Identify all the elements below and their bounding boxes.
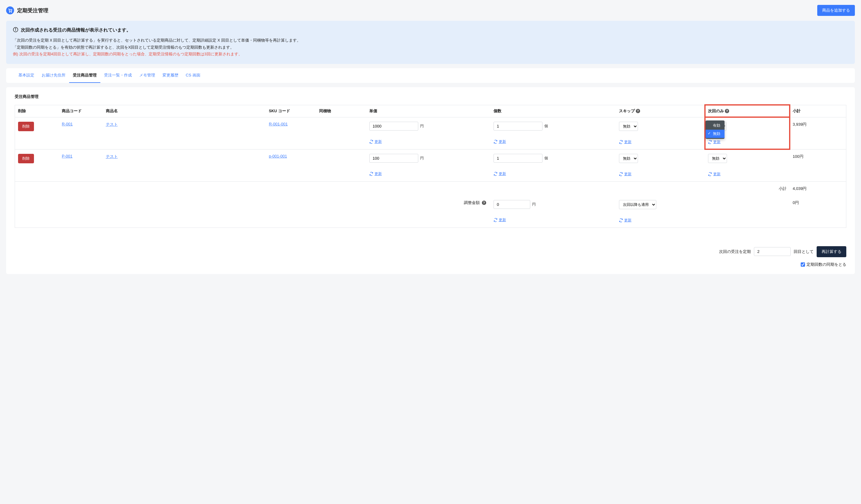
price-input[interactable] bbox=[369, 122, 418, 130]
product-code-link[interactable]: R-001 bbox=[62, 122, 72, 126]
sync-icon bbox=[493, 140, 497, 144]
yen-unit: 円 bbox=[532, 202, 536, 207]
sync-icon bbox=[619, 218, 623, 222]
tab-basic[interactable]: 基本設定 bbox=[15, 68, 38, 83]
add-product-button[interactable]: 商品を追加する bbox=[817, 5, 855, 16]
recalc-count-input[interactable] bbox=[754, 247, 791, 256]
sync-label: 定期回数の同期をとる bbox=[807, 262, 846, 267]
th-delete: 削除 bbox=[15, 105, 59, 117]
table-row: 削除 R-001 テスト R-001-001 円 更新 bbox=[15, 117, 846, 149]
info-line2: 「定期回数の同期をとる」を有効の状態で再計算すると、次回をX回目として定期受注情… bbox=[13, 44, 848, 51]
qty-input[interactable] bbox=[493, 154, 543, 163]
tab-order-list[interactable]: 受注一覧・作成 bbox=[100, 68, 136, 83]
help-icon[interactable]: ? bbox=[636, 109, 640, 113]
update-link[interactable]: 更新 bbox=[619, 139, 631, 145]
recalc-button[interactable]: 再計算する bbox=[817, 246, 846, 257]
tab-product[interactable]: 受注商品管理 bbox=[69, 68, 100, 83]
update-link[interactable]: 更新 bbox=[493, 171, 506, 177]
info-icon bbox=[13, 27, 18, 33]
delete-button[interactable]: 削除 bbox=[18, 154, 34, 163]
subtotal-label: 小計 bbox=[705, 181, 790, 196]
sku-link[interactable]: R-001-001 bbox=[269, 122, 288, 126]
tab-cs[interactable]: CS 画面 bbox=[182, 68, 204, 83]
tab-history[interactable]: 変更履歴 bbox=[159, 68, 182, 83]
product-name-link[interactable]: テスト bbox=[106, 122, 118, 127]
skip-select[interactable]: 無効 bbox=[619, 122, 638, 131]
recalc-suffix: 回目として bbox=[794, 249, 814, 254]
info-title: 次回作成される受注の商品情報が表示されています。 bbox=[21, 27, 131, 33]
qty-unit: 個 bbox=[544, 156, 548, 161]
tab-memo[interactable]: メモ管理 bbox=[136, 68, 159, 83]
info-banner: 次回作成される受注の商品情報が表示されています。 「次回の受注を定期 X 回目と… bbox=[6, 21, 855, 64]
subtotal-value: 4,039円 bbox=[790, 181, 846, 196]
info-line1: 「次回の受注を定期 X 回目として再計算する」を実行すると、セットされている定期… bbox=[13, 37, 848, 44]
help-icon[interactable]: ? bbox=[482, 201, 486, 205]
update-link[interactable]: 更新 bbox=[708, 171, 721, 177]
adjust-label: 調整金額 bbox=[464, 200, 480, 205]
dropdown-option-disable[interactable]: 無効 bbox=[706, 130, 725, 138]
update-link[interactable]: 更新 bbox=[493, 218, 506, 223]
th-next-only: 次回のみ? bbox=[705, 105, 790, 117]
skip-select[interactable]: 無効 bbox=[619, 154, 638, 163]
update-link[interactable]: 更新 bbox=[369, 139, 382, 144]
sync-icon bbox=[493, 218, 497, 222]
subtotal-row: 小計 4,039円 bbox=[15, 181, 846, 196]
products-table: 削除 商品コード 商品名 SKU コード 同梱物 単価 個数 スキップ? 次回の… bbox=[15, 105, 846, 228]
th-skip: スキップ? bbox=[616, 105, 705, 117]
update-link[interactable]: 更新 bbox=[619, 218, 631, 223]
th-price: 単価 bbox=[366, 105, 491, 117]
sync-icon bbox=[369, 140, 373, 144]
sync-checkbox[interactable] bbox=[801, 262, 805, 267]
delete-button[interactable]: 削除 bbox=[18, 122, 34, 131]
update-link[interactable]: 更新 bbox=[493, 139, 506, 144]
sync-checkbox-wrap[interactable]: 定期回数の同期をとる bbox=[801, 262, 846, 267]
th-sku: SKU コード bbox=[266, 105, 316, 117]
help-icon[interactable]: ? bbox=[725, 109, 729, 113]
sync-icon bbox=[619, 172, 623, 176]
next-only-dropdown: 有効 無効 bbox=[706, 121, 725, 139]
recalc-prefix: 次回の受注を定期 bbox=[719, 249, 751, 254]
sync-icon bbox=[369, 172, 373, 176]
th-name: 商品名 bbox=[103, 105, 266, 117]
qty-unit: 個 bbox=[544, 124, 548, 129]
sync-icon bbox=[708, 140, 712, 144]
update-link[interactable]: 更新 bbox=[619, 171, 631, 177]
price-input[interactable] bbox=[369, 154, 418, 163]
adjust-apply-select[interactable]: 次回以降も適用 bbox=[619, 200, 656, 209]
th-qty: 個数 bbox=[491, 105, 616, 117]
adjust-input[interactable] bbox=[493, 200, 530, 209]
yen-unit: 円 bbox=[420, 124, 424, 129]
next-only-select[interactable]: 無効 bbox=[708, 154, 727, 163]
sync-icon bbox=[708, 172, 712, 176]
tab-bar: 基本設定 お届け先住所 受注商品管理 受注一覧・作成 メモ管理 変更履歴 CS … bbox=[6, 68, 855, 83]
row-subtotal: 3,939円 bbox=[790, 117, 846, 149]
svg-point-4 bbox=[15, 28, 16, 29]
th-code: 商品コード bbox=[59, 105, 103, 117]
cart-icon bbox=[6, 6, 14, 14]
product-name-link[interactable]: テスト bbox=[106, 154, 118, 159]
sync-icon bbox=[619, 140, 623, 144]
info-example: 例) 次回の受注を定期4回目として再計算し、定期回数の同期をとった場合、定期受注… bbox=[13, 51, 848, 58]
row-subtotal: 100円 bbox=[790, 149, 846, 181]
update-link[interactable]: 更新 bbox=[708, 139, 721, 145]
dropdown-option-enable[interactable]: 有効 bbox=[706, 122, 725, 130]
adjust-row: 調整金額 ? 円 更新 bbox=[15, 196, 846, 228]
svg-point-0 bbox=[9, 12, 10, 12]
yen-unit: 円 bbox=[420, 156, 424, 161]
svg-point-1 bbox=[11, 12, 12, 12]
qty-input[interactable] bbox=[493, 122, 543, 130]
page-title: 定期受注管理 bbox=[17, 7, 48, 14]
tab-delivery[interactable]: お届け先住所 bbox=[38, 68, 69, 83]
th-subtotal: 小計 bbox=[790, 105, 846, 117]
th-bundle: 同梱物 bbox=[316, 105, 366, 117]
adjust-total: 0円 bbox=[790, 196, 846, 228]
sku-link[interactable]: p-001-001 bbox=[269, 154, 287, 158]
update-link[interactable]: 更新 bbox=[369, 171, 382, 177]
product-code-link[interactable]: P-001 bbox=[62, 154, 72, 158]
sync-icon bbox=[493, 172, 497, 176]
recalc-row: 次回の受注を定期 回目として 再計算する bbox=[6, 244, 855, 262]
table-row: 削除 P-001 テスト p-001-001 円 更新 bbox=[15, 149, 846, 181]
section-title: 受注商品管理 bbox=[6, 87, 855, 105]
